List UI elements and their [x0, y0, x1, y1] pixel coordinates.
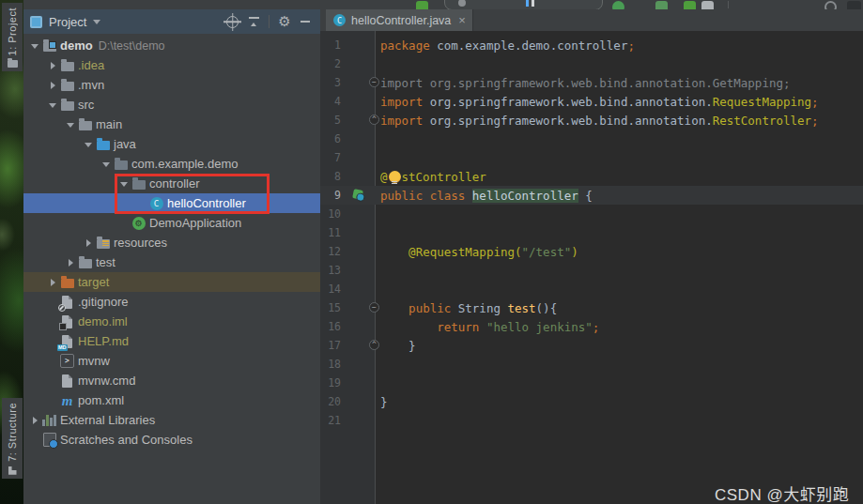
- tree-item-src[interactable]: src: [23, 95, 320, 115]
- code-line-20[interactable]: 20}: [320, 392, 863, 411]
- spring-bean-class-icon[interactable]: [352, 189, 363, 200]
- line-number[interactable]: 3: [320, 76, 341, 89]
- line-number[interactable]: 17: [320, 339, 341, 352]
- code-line-17[interactable]: 17^ }: [320, 336, 863, 355]
- code-text[interactable]: return "hello jenkins";: [375, 320, 599, 334]
- code-line-3[interactable]: 3−import org.springframework.web.bind.an…: [320, 73, 863, 92]
- search-everywhere-icon[interactable]: [824, 1, 837, 9]
- expand-arrow-icon[interactable]: [46, 55, 59, 75]
- expand-arrow-icon[interactable]: [82, 134, 95, 154]
- toolbar-widget[interactable]: [847, 1, 861, 9]
- line-number[interactable]: 14: [320, 283, 341, 296]
- code-line-2[interactable]: 2: [320, 54, 863, 73]
- tree-item-scratches-and-consoles[interactable]: Scratches and Consoles: [23, 430, 320, 450]
- code-text[interactable]: import org.springframework.web.bind.anno…: [375, 76, 791, 90]
- line-number[interactable]: 4: [320, 95, 341, 108]
- tree-item-idea[interactable]: .idea: [23, 55, 320, 75]
- code-editor[interactable]: 1package com.example.demo.controller;23−…: [320, 31, 863, 504]
- line-number[interactable]: 18: [320, 358, 341, 371]
- fold-marker-icon[interactable]: ^: [369, 340, 379, 350]
- line-number[interactable]: 15: [320, 301, 341, 314]
- code-line-8[interactable]: 8@stController: [320, 167, 863, 186]
- close-tab-icon[interactable]: ×: [458, 16, 466, 25]
- code-text[interactable]: @RequestMapping("/test"): [375, 245, 578, 259]
- code-text[interactable]: package com.example.demo.controller;: [375, 38, 635, 53]
- code-line-15[interactable]: 15− public String test(){: [320, 298, 863, 317]
- tree-item-controller[interactable]: controller: [23, 174, 320, 193]
- code-line-16[interactable]: 16 return "hello jenkins";: [320, 317, 863, 336]
- line-number[interactable]: 20: [320, 395, 341, 408]
- coverage-icon[interactable]: [684, 1, 696, 9]
- line-number[interactable]: 19: [320, 376, 341, 389]
- code-line-5[interactable]: 5^import org.springframework.web.bind.an…: [320, 111, 863, 130]
- expand-arrow-icon[interactable]: [46, 75, 59, 95]
- profiler-icon[interactable]: [701, 1, 714, 9]
- line-number[interactable]: 7: [320, 151, 341, 164]
- tree-item-mvnw-cmd[interactable]: mvnw.cmd: [23, 371, 320, 390]
- tool-stripe-project-button[interactable]: 1: Project: [2, 3, 23, 71]
- tree-item-hellocontroller[interactable]: ChelloController: [23, 193, 320, 213]
- line-number[interactable]: 6: [320, 132, 341, 145]
- tree-item-demo[interactable]: demoD:\test\demo: [23, 36, 320, 55]
- code-text[interactable]: }: [375, 339, 416, 353]
- code-text[interactable]: @stController: [375, 170, 486, 184]
- tree-item-resources[interactable]: resources: [23, 233, 320, 252]
- tree-item-help-md[interactable]: MDHELP.md: [23, 331, 320, 351]
- expand-arrow-icon[interactable]: [46, 95, 59, 115]
- expand-arrow-icon[interactable]: [117, 174, 131, 193]
- locate-file-icon[interactable]: [226, 16, 239, 28]
- code-text[interactable]: public String test(){: [375, 301, 557, 315]
- code-text[interactable]: import org.springframework.web.bind.anno…: [375, 95, 819, 109]
- intention-bulb-icon[interactable]: [389, 171, 401, 183]
- code-line-21[interactable]: 21: [320, 411, 863, 430]
- line-number[interactable]: 8: [320, 170, 341, 183]
- code-text[interactable]: import org.springframework.web.bind.anno…: [375, 114, 819, 128]
- line-number[interactable]: 13: [320, 264, 341, 277]
- line-number[interactable]: 16: [320, 320, 341, 333]
- line-number[interactable]: 5: [320, 114, 341, 127]
- code-line-19[interactable]: 19: [320, 374, 863, 392]
- tree-item-pom-xml[interactable]: mpom.xml: [23, 390, 320, 410]
- code-line-13[interactable]: 13: [320, 261, 863, 280]
- expand-arrow-icon[interactable]: [28, 36, 41, 55]
- run-config-combo[interactable]: [444, 0, 603, 9]
- line-number[interactable]: 11: [320, 226, 341, 239]
- tool-stripe-structure-button[interactable]: 7: Structure: [2, 398, 23, 479]
- code-text[interactable]: }: [375, 395, 388, 409]
- hide-panel-icon[interactable]: [298, 14, 313, 29]
- tree-item-target[interactable]: target: [23, 272, 320, 292]
- code-text[interactable]: public class helloController {: [375, 189, 593, 203]
- fold-marker-icon[interactable]: ^: [369, 115, 379, 125]
- code-line-9[interactable]: 9public class helloController {: [320, 186, 863, 205]
- expand-arrow-icon[interactable]: [28, 410, 41, 430]
- tree-item-main[interactable]: main: [23, 115, 320, 134]
- tree-item-test[interactable]: test: [23, 252, 320, 272]
- code-line-14[interactable]: 14: [320, 280, 863, 298]
- settings-gear-icon[interactable]: ⚙: [277, 14, 292, 29]
- code-line-12[interactable]: 12 @RequestMapping("/test"): [320, 242, 863, 261]
- code-line-18[interactable]: 18: [320, 355, 863, 374]
- fold-marker-icon[interactable]: −: [369, 302, 379, 313]
- expand-arrow-icon[interactable]: [64, 115, 77, 134]
- tree-item-external-libraries[interactable]: External Libraries: [23, 410, 320, 430]
- tree-item-java[interactable]: java: [23, 134, 320, 154]
- tree-item-demoapplication[interactable]: ⚙DemoApplication: [23, 213, 320, 233]
- chevron-down-icon[interactable]: [93, 20, 100, 28]
- code-line-10[interactable]: 10: [320, 205, 863, 223]
- line-number[interactable]: 21: [320, 414, 341, 427]
- expand-arrow-icon[interactable]: [82, 233, 95, 252]
- code-line-4[interactable]: 4import org.springframework.web.bind.ann…: [320, 92, 863, 111]
- expand-arrow-icon[interactable]: [46, 272, 59, 292]
- editor-tab-hellocontroller[interactable]: C helloController.java ×: [326, 9, 473, 31]
- line-number[interactable]: 9: [320, 189, 341, 202]
- code-line-1[interactable]: 1package com.example.demo.controller;: [320, 36, 863, 54]
- fold-marker-icon[interactable]: −: [369, 77, 379, 87]
- line-number[interactable]: 10: [320, 207, 341, 221]
- line-number[interactable]: 1: [320, 38, 341, 52]
- tree-item-mvn[interactable]: .mvn: [23, 75, 320, 95]
- line-number[interactable]: 2: [320, 57, 341, 70]
- code-line-6[interactable]: 6: [320, 130, 863, 148]
- line-number[interactable]: 12: [320, 245, 341, 258]
- tree-item-demo-iml[interactable]: demo.iml: [23, 312, 320, 331]
- run-icon[interactable]: [612, 1, 624, 9]
